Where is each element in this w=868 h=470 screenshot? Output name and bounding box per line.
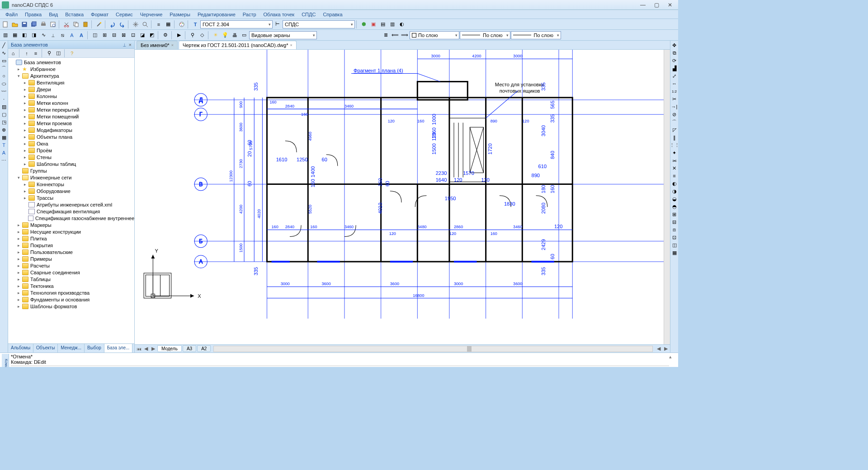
app5-icon[interactable]: ◐ <box>397 20 406 29</box>
bulb-icon[interactable]: 💡 <box>221 31 230 40</box>
layout-tab-a2[interactable]: А2 <box>197 345 211 352</box>
tree-node[interactable]: Группы <box>8 167 134 174</box>
color-combo[interactable]: По слою <box>460 31 510 39</box>
tree-node[interactable]: ▸Окна <box>8 140 134 147</box>
menu-формат[interactable]: Формат <box>87 11 112 18</box>
ls5-icon[interactable]: ⊡ <box>128 31 137 40</box>
cog-icon[interactable]: ⚙ <box>161 31 170 40</box>
menu-спдс[interactable]: СПДС <box>298 11 319 18</box>
tree-node[interactable]: ▸Модификаторы <box>8 127 134 133</box>
r-trim-icon[interactable]: ✂ <box>671 95 678 103</box>
hsb-right-icon[interactable]: ▶ <box>663 346 669 352</box>
tree-node[interactable]: ▸★Избранное <box>8 66 134 72</box>
pline-tool-icon[interactable]: ∿ <box>0 49 8 56</box>
r-scale-icon[interactable]: ⤢ <box>671 72 678 80</box>
tree-node[interactable]: ▸Таблицы <box>8 276 134 282</box>
close-tab-icon[interactable]: × <box>171 43 174 47</box>
r-explode-icon[interactable]: ✦ <box>671 149 678 156</box>
tree-node[interactable]: ▸Объекты плана <box>8 133 134 140</box>
tree-node[interactable]: ▸Технология производства <box>8 289 134 296</box>
viewport[interactable]: X Y <box>135 50 664 344</box>
r-ex10-icon[interactable]: ▦ <box>671 249 678 256</box>
layer2-icon[interactable]: ▦ <box>10 31 19 40</box>
panel-title-bar[interactable]: База элементов ⟂ × <box>8 41 134 49</box>
tree-node[interactable]: ▸Плитка <box>8 235 134 242</box>
tree-node[interactable]: База элементов <box>8 59 134 66</box>
close-tab-icon[interactable]: × <box>290 43 292 47</box>
tree-node[interactable]: ▸Расчеты <box>8 262 134 269</box>
r-erase-icon[interactable]: ✕ <box>671 164 678 172</box>
copy-icon[interactable] <box>71 20 80 29</box>
panel-tab[interactable]: База эле... <box>104 344 133 352</box>
ls4-icon[interactable]: ⊠ <box>119 31 128 40</box>
r-ex3-icon[interactable]: ◒ <box>671 195 678 202</box>
print2-icon[interactable]: 🖶 <box>230 31 239 40</box>
lineweight-combo[interactable]: По слою <box>511 31 561 39</box>
r-rotate-icon[interactable]: ⟳ <box>671 57 678 64</box>
dimstyle-icon[interactable]: ⊢ <box>273 20 282 29</box>
menu-размеры[interactable]: Размеры <box>166 11 194 18</box>
hsb-left-icon[interactable]: ◀ <box>656 346 662 352</box>
tree-node[interactable]: ▸Колонны <box>8 93 134 99</box>
app3-icon[interactable]: ▤ <box>378 20 387 29</box>
tree-node[interactable]: ▸Трассы <box>8 194 134 201</box>
tree-node[interactable]: ▾Архитектура <box>8 72 134 79</box>
tree-node[interactable]: ▸Примеры <box>8 255 134 262</box>
menu-справка[interactable]: Справка <box>319 11 346 18</box>
tree-node[interactable]: ▸Фундаменты и основания <box>8 296 134 303</box>
r-ex5-icon[interactable]: ⊞ <box>671 211 678 218</box>
mtext-icon[interactable]: A <box>77 31 86 40</box>
block-tool-icon[interactable]: ◳ <box>0 118 8 126</box>
region-tool-icon[interactable]: ▢ <box>0 111 8 118</box>
rect-tool-icon[interactable]: ▭ <box>0 57 8 64</box>
paste-icon[interactable] <box>81 20 90 29</box>
tree-node[interactable]: ▸Шаблоны таблиц <box>8 160 134 167</box>
preview-icon[interactable] <box>48 20 57 29</box>
model-tab[interactable]: Модель <box>157 345 182 352</box>
layer-combo[interactable]: По слою <box>410 31 459 39</box>
circle-tool-icon[interactable]: ○ <box>0 72 8 80</box>
tree-node[interactable]: ▾Инженерные сети <box>8 174 134 181</box>
more-tool-icon[interactable]: ⋯ <box>0 157 8 164</box>
layout-tab-a3[interactable]: А3 <box>183 345 196 352</box>
tree-node[interactable]: ▸Проём <box>8 147 134 154</box>
layerprev-icon[interactable]: ⟸ <box>391 31 400 40</box>
tree-view-icon[interactable]: ◫ <box>54 50 62 57</box>
maximize-button[interactable]: ▢ <box>650 1 663 9</box>
layer3-icon[interactable]: ◧ <box>20 31 29 40</box>
r-stretch-icon[interactable]: ↔ <box>671 80 678 87</box>
palette-icon[interactable] <box>177 20 186 29</box>
play-icon[interactable]: ▶ <box>175 31 184 40</box>
menu-вид[interactable]: Вид <box>45 11 61 18</box>
hatch-tool-icon[interactable]: ▨ <box>0 103 8 110</box>
textstyle-combo[interactable]: ГОСТ 2.304 <box>200 20 273 28</box>
table-tool-icon[interactable]: ▦ <box>0 134 8 141</box>
menu-черчение[interactable]: Черчение <box>137 11 166 18</box>
doc-tab[interactable]: Без имени0*× <box>137 41 178 49</box>
panel-close-icon[interactable]: × <box>129 42 132 47</box>
app1-icon[interactable]: ⬢ <box>359 20 368 29</box>
tree-node[interactable]: ▸Тектоника <box>8 282 134 289</box>
tree-find-icon[interactable]: ⚲ <box>45 50 53 57</box>
tool-b-icon[interactable]: ▦ <box>164 20 173 29</box>
tree-node[interactable]: ▸Пользовательские <box>8 249 134 255</box>
save-icon[interactable] <box>20 20 29 29</box>
r-align-icon[interactable]: ≡ <box>671 172 678 179</box>
r-offset-icon[interactable]: ‖ <box>671 134 678 141</box>
zoom-icon[interactable] <box>141 20 150 29</box>
vp-icon[interactable]: ▭ <box>240 31 249 40</box>
polyline-icon[interactable]: ∿ <box>39 31 48 40</box>
r-join-icon[interactable]: ⫘ <box>671 157 678 164</box>
dimstyle-combo[interactable]: СПДС <box>283 20 355 28</box>
r-ex7-icon[interactable]: ⧈ <box>671 226 678 233</box>
line-tool-icon[interactable]: ╱ <box>0 42 8 49</box>
panel-tab[interactable]: Объекты <box>33 344 58 352</box>
menu-вставка[interactable]: Вставка <box>61 11 87 18</box>
copyprops-icon[interactable] <box>94 20 104 29</box>
minimize-button[interactable]: — <box>637 1 649 9</box>
cmd-handle[interactable]: Кома <box>2 354 9 367</box>
app4-icon[interactable]: ▥ <box>388 20 397 29</box>
menu-сервис[interactable]: Сервис <box>112 11 137 18</box>
r-12-icon[interactable]: 1:2 <box>671 88 678 95</box>
tree-node[interactable]: ▸Вентиляция <box>8 79 134 86</box>
